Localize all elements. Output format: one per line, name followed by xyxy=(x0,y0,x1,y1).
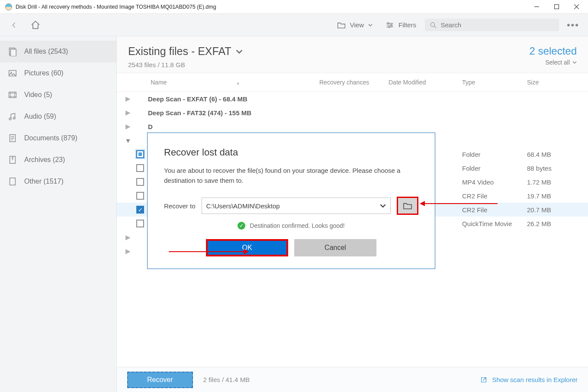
page-title[interactable]: Existing files - EXFAT xyxy=(128,45,243,58)
destination-confirmed: ✓ Destination confirmed. Looks good! xyxy=(164,222,418,230)
svg-point-4 xyxy=(431,23,434,26)
column-recovery[interactable]: Recovery chances xyxy=(319,79,389,86)
svg-point-3 xyxy=(389,26,390,27)
sidebar-item-all-files[interactable]: All files (2543) xyxy=(0,41,116,62)
recover-dialog: Recover lost data You are about to recov… xyxy=(147,133,435,269)
view-label: View xyxy=(350,21,364,29)
pictures-icon xyxy=(8,68,17,78)
sidebar-item-other[interactable]: Other (1517) xyxy=(0,171,116,192)
svg-rect-0 xyxy=(554,5,559,9)
row-checkbox[interactable] xyxy=(136,150,144,158)
select-all-button[interactable]: Select all xyxy=(530,59,577,66)
view-dropdown[interactable]: View xyxy=(333,21,377,29)
expand-icon[interactable]: ▶ xyxy=(124,233,132,241)
sidebar-label: Documents (879) xyxy=(24,134,77,142)
sliders-icon xyxy=(386,21,394,29)
video-icon xyxy=(8,90,17,100)
recover-button[interactable]: Recover xyxy=(127,372,193,388)
folder-icon xyxy=(403,202,412,210)
sidebar-item-documents[interactable]: Documents (879) xyxy=(0,127,116,149)
sidebar: All files (2543) Pictures (60) Video (5)… xyxy=(0,36,117,392)
files-icon xyxy=(8,47,17,56)
sidebar-label: Other (1517) xyxy=(24,178,64,185)
check-circle-icon: ✓ xyxy=(238,222,245,230)
expand-icon[interactable]: ▶ xyxy=(124,247,132,255)
filters-label: Filters xyxy=(398,21,416,29)
toolbar: View Filters ••• xyxy=(0,14,588,36)
sidebar-label: Video (5) xyxy=(24,91,52,99)
selected-count: 2 selected xyxy=(530,45,577,57)
home-button[interactable] xyxy=(27,16,44,34)
show-in-explorer-link[interactable]: Show scan results in Explorer xyxy=(480,376,578,384)
app-icon xyxy=(5,3,12,10)
browse-folder-button[interactable] xyxy=(397,197,418,215)
svg-point-2 xyxy=(391,24,392,26)
sidebar-label: Archives (23) xyxy=(24,156,65,164)
table-header: Name▲ Recovery chances Date Modified Typ… xyxy=(117,73,588,92)
column-type[interactable]: Type xyxy=(462,79,527,86)
chevron-down-icon xyxy=(236,48,243,55)
recover-to-label: Recover to xyxy=(164,202,196,210)
svg-rect-6 xyxy=(10,49,16,57)
sidebar-item-pictures[interactable]: Pictures (60) xyxy=(0,62,116,84)
annotation-arrow xyxy=(424,203,498,204)
annotation-arrow xyxy=(169,251,244,252)
external-link-icon xyxy=(480,376,488,384)
expand-icon[interactable]: ▶ xyxy=(124,123,132,130)
expand-icon[interactable]: ▶ xyxy=(124,109,132,117)
group-row[interactable]: ▶Deep Scan - EXFAT (6) - 68.4 MB xyxy=(117,92,588,106)
back-button[interactable] xyxy=(5,16,22,34)
row-checkbox[interactable] xyxy=(136,164,144,172)
svg-point-1 xyxy=(387,23,389,24)
cancel-button[interactable]: Cancel xyxy=(294,239,376,256)
svg-rect-14 xyxy=(10,178,16,185)
svg-point-10 xyxy=(9,118,11,120)
sort-up-icon: ▲ xyxy=(236,81,240,85)
folder-icon xyxy=(337,21,346,29)
sidebar-item-video[interactable]: Video (5) xyxy=(0,84,116,106)
documents-icon xyxy=(8,133,17,143)
audio-icon xyxy=(8,112,17,121)
footer-stat: 2 files / 41.4 MB xyxy=(203,376,250,383)
content-header: Existing files - EXFAT 2543 files / 11.8… xyxy=(117,36,588,73)
maximize-button[interactable] xyxy=(546,0,566,13)
dialog-description: You are about to recover the file(s) fou… xyxy=(164,166,418,185)
svg-point-11 xyxy=(13,117,15,119)
group-row[interactable]: ▶Deep Scan - FAT32 (474) - 155 MB xyxy=(117,106,588,120)
sidebar-label: All files (2543) xyxy=(24,48,68,55)
dialog-title: Recover lost data xyxy=(164,147,418,158)
title-bar: Disk Drill - All recovery methods - Moun… xyxy=(0,0,588,14)
sidebar-item-archives[interactable]: Archives (23) xyxy=(0,149,116,171)
archives-icon xyxy=(8,155,17,165)
page-subtitle: 2543 files / 11.8 GB xyxy=(128,61,243,68)
row-checkbox[interactable] xyxy=(136,220,144,227)
row-checkbox[interactable] xyxy=(136,192,144,200)
svg-rect-9 xyxy=(9,92,16,98)
filters-button[interactable]: Filters xyxy=(381,21,421,29)
expand-icon[interactable]: ▶ xyxy=(124,95,132,103)
footer: Recover 2 files / 41.4 MB Show scan resu… xyxy=(117,367,588,392)
destination-dropdown[interactable]: C:\Users\ADMIN\Desktop xyxy=(202,198,391,214)
column-size[interactable]: Size xyxy=(527,79,581,86)
sidebar-item-audio[interactable]: Audio (59) xyxy=(0,106,116,127)
search-icon xyxy=(430,22,437,29)
collapse-icon[interactable]: ▼ xyxy=(124,137,132,144)
column-name[interactable]: Name▲ xyxy=(148,79,319,86)
destination-value: C:\Users\ADMIN\Desktop xyxy=(206,202,280,210)
row-checkbox[interactable] xyxy=(136,178,144,186)
more-button[interactable]: ••• xyxy=(563,19,583,31)
search-box[interactable] xyxy=(425,19,559,31)
search-input[interactable] xyxy=(441,21,554,29)
sidebar-label: Audio (59) xyxy=(24,113,56,120)
column-date[interactable]: Date Modified xyxy=(389,79,462,86)
other-icon xyxy=(8,177,17,186)
sidebar-label: Pictures (60) xyxy=(24,69,64,77)
select-all-checkbox[interactable] xyxy=(126,79,133,86)
close-button[interactable] xyxy=(566,0,586,13)
chevron-down-icon xyxy=(368,23,373,27)
row-checkbox[interactable] xyxy=(136,206,144,214)
group-row[interactable]: ▶D xyxy=(117,120,588,133)
chevron-down-icon xyxy=(572,60,577,65)
minimize-button[interactable] xyxy=(527,0,546,13)
chevron-down-icon xyxy=(380,203,386,209)
